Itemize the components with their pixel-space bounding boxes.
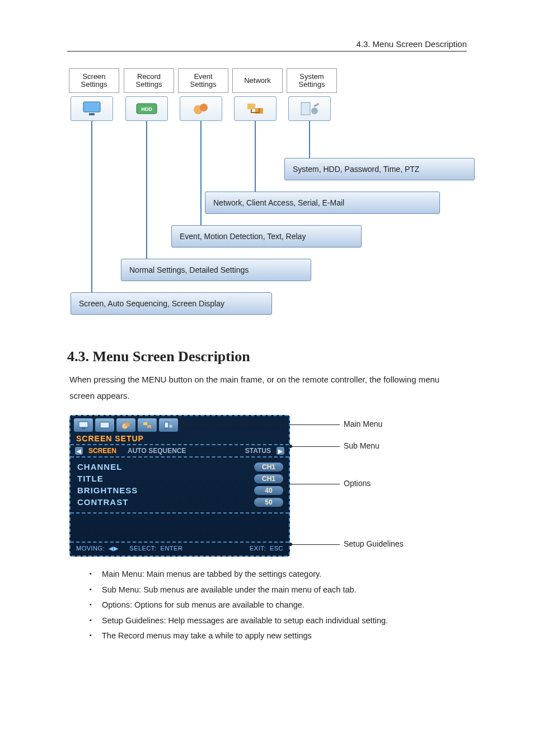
system-settings-icon <box>288 96 331 121</box>
dvr-menu-figure: SCREEN SETUP ◀ SCREEN AUTO SEQUENCE STAT… <box>69 415 472 557</box>
dvr-sub-status: STATUS <box>245 447 271 455</box>
svg-rect-10 <box>313 103 319 108</box>
annot-main-menu: Main Menu <box>344 419 382 428</box>
dvr-title: SCREEN SETUP <box>71 433 289 444</box>
svg-rect-16 <box>143 422 147 425</box>
dvr-sub-selected: SCREEN <box>88 447 116 455</box>
label-event-settings: Event Settings <box>178 68 228 93</box>
dvr-menu: SCREEN SETUP ◀ SCREEN AUTO SEQUENCE STAT… <box>69 415 290 557</box>
running-header: 4.3. Menu Screen Description <box>67 39 467 52</box>
label-system-settings: System Settings <box>287 68 337 93</box>
desc-event: Event, Motion Detection, Text, Relay <box>171 225 362 248</box>
label-record-settings: Record Settings <box>124 68 174 93</box>
svg-text:HDD: HDD <box>141 106 152 112</box>
bullet-list: Main Menu: Main menus are tabbed by the … <box>90 567 467 644</box>
screen-settings-icon <box>71 96 113 121</box>
label-screen-settings: Screen Settings <box>69 68 119 93</box>
list-item: Sub Menu: Sub menus are available under … <box>90 582 467 598</box>
dvr-guide-row: MOVING: ◀▶ SELECT: ENTER EXIT: ESC <box>71 542 289 556</box>
section-intro: When pressing the MENU button on the mai… <box>69 372 467 404</box>
list-item: Main Menu: Main menus are tabbed by the … <box>90 567 467 582</box>
network-icon <box>234 96 277 121</box>
svg-rect-1 <box>89 113 95 115</box>
section-heading: 4.3. Menu Screen Description <box>67 348 467 365</box>
svg-point-9 <box>311 108 318 114</box>
svg-point-15 <box>125 422 130 427</box>
dvr-tab-system-icon <box>159 418 178 432</box>
annot-setup-guidelines: Setup Guidelines <box>344 539 404 548</box>
desc-record: Normal Settings, Detailed Settings <box>121 259 311 281</box>
list-item: Options: Options for sub menus are avail… <box>90 598 467 613</box>
svg-point-19 <box>169 424 172 428</box>
annot-sub-menu: Sub Menu <box>344 441 380 450</box>
opt-row: TITLECH1 <box>77 473 283 484</box>
dvr-sub-auto: AUTO SEQUENCE <box>128 447 186 455</box>
dvr-options: CHANNELCH1 TITLECH1 BRIGHTNESS40 CONTRAS… <box>71 458 289 514</box>
menu-tree-diagram: Screen Settings Record Settings Event Se… <box>67 68 470 320</box>
dvr-tab-network-icon <box>138 418 157 432</box>
label-network: Network <box>232 68 283 93</box>
svg-rect-12 <box>82 428 85 429</box>
svg-rect-18 <box>165 422 168 428</box>
annot-options: Options <box>344 479 371 488</box>
desc-system: System, HDD, Password, Time, PTZ <box>284 158 475 180</box>
list-item: The Record menus may take a while to app… <box>90 628 467 644</box>
opt-row: CHANNELCH1 <box>77 461 283 473</box>
dvr-tab-event-icon <box>116 418 135 432</box>
svg-rect-6 <box>247 104 255 109</box>
svg-rect-8 <box>301 102 310 115</box>
desc-screen: Screen, Auto Sequencing, Screen Display <box>71 292 272 315</box>
desc-network: Network, Client Access, Serial, E-Mail <box>205 192 440 214</box>
list-item: Setup Guidelines: Help messages are avai… <box>90 613 467 629</box>
svg-rect-0 <box>83 102 100 112</box>
record-settings-icon: HDD <box>125 96 168 121</box>
arrow-left-icon: ◀ <box>75 447 83 455</box>
opt-row: CONTRAST50 <box>77 496 283 508</box>
arrow-right-icon: ▶ <box>277 447 284 455</box>
event-settings-icon <box>180 96 222 121</box>
svg-rect-11 <box>79 422 88 427</box>
svg-point-5 <box>200 104 208 111</box>
opt-row: BRIGHTNESS40 <box>77 484 283 496</box>
dvr-tab-screen-icon <box>74 418 93 432</box>
svg-rect-17 <box>147 425 151 428</box>
dvr-tab-record-icon <box>95 418 114 432</box>
svg-rect-13 <box>100 422 109 428</box>
dvr-submenu-row: ◀ SCREEN AUTO SEQUENCE STATUS ▶ <box>71 444 289 458</box>
